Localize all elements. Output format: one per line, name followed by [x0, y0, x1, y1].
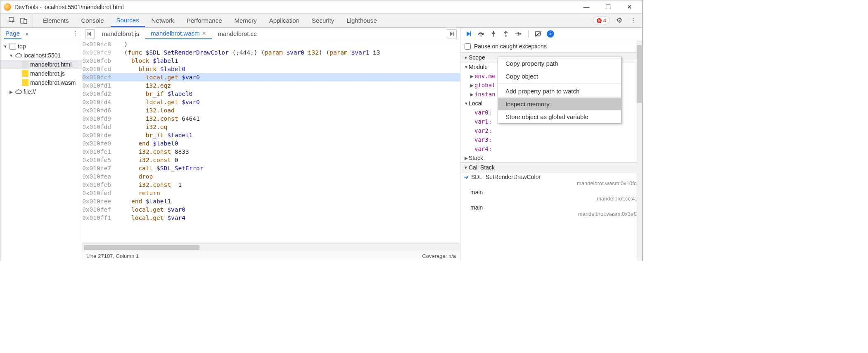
callstack-frame[interactable]: SDL_SetRenderDrawColormandelbrot.wasm:0x…: [460, 172, 642, 188]
navigator-tab-page[interactable]: Page: [4, 28, 21, 39]
deactivate-breakpoints-icon[interactable]: [534, 30, 543, 38]
step-out-icon[interactable]: [502, 30, 510, 38]
scope-stack[interactable]: ▶Stack: [460, 153, 642, 162]
code-line[interactable]: 0x010fd6 i32.load: [82, 106, 460, 114]
main-tab-elements[interactable]: Elements: [37, 14, 75, 26]
main-tab-performance[interactable]: Performance: [181, 14, 228, 26]
expand-icon[interactable]: ▶: [9, 90, 14, 94]
expand-icon[interactable]: ▼: [464, 101, 469, 106]
callstack-frame[interactable]: mainmandelbrot.wasm:0x3ef2: [460, 203, 642, 218]
close-tab-icon[interactable]: ✕: [202, 31, 206, 36]
tree-file[interactable]: mandelbrot.html: [0, 60, 82, 69]
code-line[interactable]: 0x010fd4 local.get $var0: [82, 98, 460, 106]
code-editor[interactable]: 0x010fc8 )0x010fc9 (func $SDL_SetRenderD…: [82, 40, 460, 243]
close-button[interactable]: ✕: [623, 1, 636, 13]
code-line[interactable]: 0x010fef local.get $var0: [82, 205, 460, 214]
code-line[interactable]: 0x010fcf local.get $var0: [82, 73, 460, 81]
pause-exceptions-label: Pause on caught exceptions: [474, 43, 547, 50]
maximize-button[interactable]: ☐: [602, 1, 614, 13]
error-dot-icon: ✕: [597, 18, 602, 23]
callstack-section-header[interactable]: ▼ Call Stack: [460, 162, 642, 172]
code-line[interactable]: 0x010fd1 i32.eqz: [82, 81, 460, 90]
main-tab-memory[interactable]: Memory: [229, 14, 263, 26]
main-tab-application[interactable]: Application: [263, 14, 305, 26]
paused-indicator-icon[interactable]: II: [547, 30, 554, 38]
code-line[interactable]: 0x010fc9 (func $SDL_SetRenderDrawColor (…: [82, 48, 460, 57]
code-line[interactable]: 0x010fe1 i32.const 8833: [82, 148, 460, 156]
code-line[interactable]: 0x010fc8 ): [82, 40, 460, 48]
code-line[interactable]: 0x010feb i32.const -1: [82, 181, 460, 189]
pause-on-exceptions-row[interactable]: Pause on caught exceptions: [460, 40, 642, 52]
error-badge[interactable]: ✕ 4: [593, 17, 610, 24]
code-line[interactable]: 0x010fee end $label1: [82, 197, 460, 205]
code-line[interactable]: 0x010fe7 call $SDL_SetError: [82, 164, 460, 172]
window-root: DevTools - localhost:5501/mandelbrot.htm…: [0, 0, 643, 261]
code-line[interactable]: 0x010ff1 local.get $var4: [82, 214, 460, 222]
code-line[interactable]: 0x010fea drop: [82, 172, 460, 181]
main-tab-security[interactable]: Security: [306, 14, 340, 26]
tree-host[interactable]: ▼ localhost:5501: [0, 51, 82, 60]
pause-exceptions-checkbox[interactable]: [465, 43, 471, 50]
callstack-frame[interactable]: mainmandelbrot.cc:41: [460, 188, 642, 203]
more-menu-icon[interactable]: ⋮: [628, 16, 638, 26]
file-tab[interactable]: mandelbrot.wasm✕: [145, 28, 212, 39]
minimize-button[interactable]: —: [580, 1, 593, 13]
horizontal-scrollbar[interactable]: [82, 243, 460, 251]
code-line[interactable]: 0x010fcb block $label1: [82, 57, 460, 65]
context-menu-item[interactable]: Add property path to watch: [498, 85, 621, 98]
code-line[interactable]: 0x010fd9 i32.const 64641: [82, 114, 460, 123]
scrollbar-thumb[interactable]: [637, 45, 642, 103]
main-tab-console[interactable]: Console: [76, 14, 110, 26]
device-toolbar-icon[interactable]: [19, 16, 28, 25]
step-into-icon[interactable]: [489, 30, 498, 38]
tree-file[interactable]: mandelbrot.wasm: [0, 78, 82, 87]
main-tab-network[interactable]: Network: [146, 14, 180, 26]
context-menu-item[interactable]: Inspect memory: [498, 98, 621, 110]
scope-local-var[interactable]: var2:: [460, 126, 642, 135]
file-tab[interactable]: mandelbrot.js: [96, 28, 145, 39]
navigator-menu-icon[interactable]: ⋮: [72, 30, 78, 38]
expand-icon[interactable]: ▼: [3, 44, 8, 49]
expand-icon[interactable]: ▶: [470, 83, 474, 88]
resume-icon[interactable]: [465, 30, 473, 38]
vertical-scrollbar[interactable]: [636, 40, 642, 261]
code-text: br_if $label0: [115, 90, 460, 98]
tree-top[interactable]: ▼ top: [0, 42, 82, 51]
file-tab[interactable]: mandelbrot.cc: [212, 28, 262, 39]
nav-back-icon[interactable]: [85, 29, 95, 38]
context-menu-item[interactable]: Copy object: [498, 70, 621, 83]
expand-icon[interactable]: ▶: [470, 92, 474, 97]
scope-local-var[interactable]: var4:: [460, 144, 642, 153]
settings-gear-icon[interactable]: ⚙: [614, 16, 624, 26]
navigator-more-tabs-icon[interactable]: »: [26, 31, 28, 37]
code-line[interactable]: 0x010fde br_if $label1: [82, 131, 460, 139]
scope-local-var[interactable]: var3:: [460, 135, 642, 144]
code-line[interactable]: 0x010fcd block $label0: [82, 65, 460, 73]
main-tab-lighthouse[interactable]: Lighthouse: [341, 14, 382, 26]
gutter-address: 0x010fdd: [82, 123, 115, 131]
expand-icon[interactable]: ▶: [464, 156, 469, 160]
code-line[interactable]: 0x010fe5 i32.const 0: [82, 156, 460, 164]
nav-forward-icon[interactable]: [447, 29, 457, 38]
expand-icon[interactable]: ▼: [9, 53, 14, 58]
toolbar-divider: [528, 30, 529, 38]
context-menu-item[interactable]: Copy property path: [498, 57, 621, 70]
inspect-element-icon[interactable]: [8, 16, 17, 25]
code-line[interactable]: 0x010fd2 br_if $label0: [82, 90, 460, 98]
main-tab-sources[interactable]: Sources: [111, 14, 145, 27]
code-line[interactable]: 0x010fdd i32.eq: [82, 123, 460, 131]
context-menu-item[interactable]: Store object as global variable: [498, 110, 621, 123]
cloud-icon: [15, 88, 22, 95]
code-line[interactable]: 0x010fe0 end $label0: [82, 139, 460, 148]
expand-icon[interactable]: ▶: [470, 74, 474, 79]
code-line[interactable]: 0x010fed return: [82, 189, 460, 197]
scrollbar-thumb[interactable]: [84, 245, 199, 250]
expand-icon[interactable]: ▼: [464, 65, 469, 69]
tree-file-proto[interactable]: ▶ file://: [0, 87, 82, 96]
collapse-icon[interactable]: ▼: [464, 55, 469, 60]
tree-file[interactable]: mandelbrot.js: [0, 69, 82, 78]
collapse-icon[interactable]: ▼: [464, 165, 469, 170]
step-over-icon[interactable]: [477, 30, 485, 38]
menu-separator: [498, 83, 621, 84]
step-icon[interactable]: [514, 30, 522, 38]
